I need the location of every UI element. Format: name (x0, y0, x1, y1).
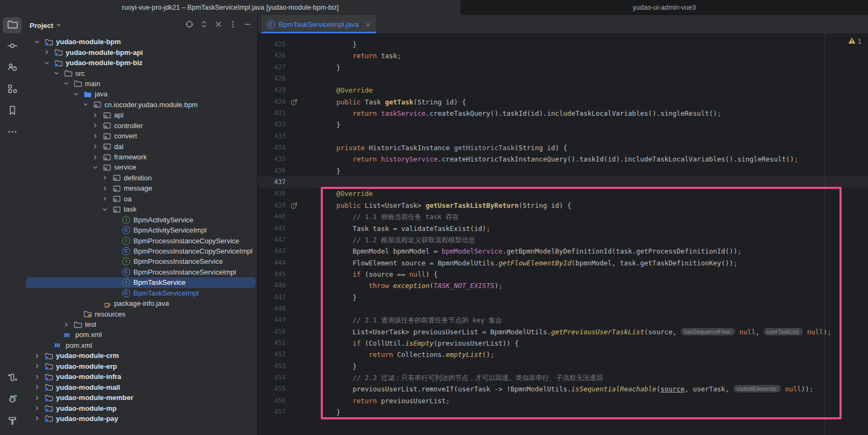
chevron-right-icon[interactable] (34, 394, 45, 402)
project-button[interactable] (3, 17, 22, 33)
tree-item-cn-iocoder-yudao-module-bpm[interactable]: cn.iocoder.yudao.module.bpm (24, 100, 257, 110)
tree-item-yudao-module-bpm-api[interactable]: yudao-module-bpm-api (24, 47, 257, 57)
tree-item-convert[interactable]: convert (24, 131, 257, 141)
tree-item-yudao-module-mp[interactable]: yudao-module-mp (24, 403, 257, 413)
code-line-436[interactable]: 436 } (258, 165, 868, 177)
chevron-down-icon[interactable] (92, 163, 103, 172)
chevron-right-icon[interactable] (92, 132, 103, 141)
tree-item-definition[interactable]: definition (24, 173, 257, 183)
tree-item-pom-xml[interactable]: mpom.xml (24, 340, 257, 350)
code-line-456[interactable]: 456 return previousUserList; (258, 395, 868, 406)
code-line-439[interactable]: 439I public List<UserTask> getUserTaskLi… (258, 200, 868, 211)
code-line-433[interactable]: 433 (258, 131, 868, 142)
pull-requests-button[interactable]: ? (3, 60, 22, 76)
tree-item-bpmprocessinstanceserviceimpl[interactable]: CBpmProcessInstanceServiceImpl (24, 267, 257, 277)
tree-item-framework[interactable]: framework (24, 152, 257, 162)
code-line-441[interactable]: 441 Task task = validateTaskExist(id); (258, 223, 868, 234)
code-line-440[interactable]: 440 // 1.1 校验当前任务 task 存在 (258, 211, 868, 222)
code-line-437[interactable]: 437 (258, 177, 868, 188)
tree-item-bpmactivityservice[interactable]: IBpmActivityService (24, 214, 257, 224)
tree-item-bpmprocessinstanceservice[interactable]: IBpmProcessInstanceService (24, 256, 257, 266)
chevron-down-icon[interactable] (102, 205, 112, 214)
chevron-right-icon[interactable] (34, 414, 45, 423)
project-panel-title[interactable]: Project (30, 22, 53, 30)
tree-item-service[interactable]: service (24, 162, 257, 172)
tree-item-yudao-module-mall[interactable]: yudao-module-mall (24, 382, 257, 392)
tree-item-pom-xml[interactable]: mpom.xml (24, 329, 257, 340)
options-icon[interactable] (229, 20, 237, 31)
background-window-titlebar[interactable]: yudao-ui-admin-vue3 (461, 0, 868, 15)
chevron-down-icon[interactable] (34, 38, 45, 46)
chevron-down-icon[interactable] (44, 59, 54, 67)
tree-item-bpmprocessinstancecopyserviceimpl[interactable]: CBpmProcessInstanceCopyServiceImpl (24, 246, 257, 256)
chevron-right-icon[interactable] (102, 173, 112, 182)
code-line-453[interactable]: 453 } (258, 361, 868, 372)
tree-item-controller[interactable]: controller (24, 121, 257, 131)
code-line-443[interactable]: 443 BpmnModel bpmnModel = bpmModelServic… (258, 245, 868, 257)
code-line-434[interactable]: 434 private HistoricTaskInstance getHist… (258, 142, 868, 153)
more-tool-windows-button[interactable] (3, 125, 22, 141)
tree-item-java[interactable]: java (24, 89, 257, 99)
code-line-426[interactable]: 426 return task; (258, 50, 868, 61)
tree-item-yudao-module-bpm[interactable]: yudao-module-bpm (24, 37, 257, 47)
chevron-right-icon[interactable] (34, 373, 45, 381)
code-line-430[interactable]: 430I public Task getTask(String id) { (258, 96, 868, 108)
tree-item-package-info-java[interactable]: package-info.java (24, 298, 257, 308)
structure-button[interactable] (3, 82, 22, 98)
close-icon[interactable]: × (366, 20, 371, 29)
commit-button[interactable] (3, 39, 22, 55)
chevron-right-icon[interactable] (102, 184, 112, 193)
chevron-right-icon[interactable] (34, 362, 45, 370)
chevron-right-icon[interactable] (34, 352, 45, 360)
tree-item-main[interactable]: main (24, 79, 257, 89)
code-line-428[interactable]: 428 (258, 73, 868, 85)
tab-bpmtaskserviceimpl-java[interactable]: C BpmTaskServiceImpl.java × (262, 15, 376, 33)
code-line-431[interactable]: 431 return taskService.createTaskQuery()… (258, 108, 868, 119)
code-line-451[interactable]: 451 if (CollUtil.isEmpty(previousUserLis… (258, 338, 868, 349)
tree-item-test[interactable]: test (24, 319, 257, 329)
chevron-down-icon[interactable] (82, 100, 93, 109)
tree-item-yudao-module-infra[interactable]: yudao-module-infra (24, 371, 257, 382)
code-line-446[interactable]: 446 throw exception(TASK_NOT_EXISTS); (258, 280, 868, 291)
tree-item-src[interactable]: src (24, 68, 257, 78)
chevron-down-icon[interactable] (63, 79, 74, 88)
chevron-right-icon[interactable] (92, 153, 103, 162)
code-line-447[interactable]: 447 } (258, 292, 868, 303)
code-line-429[interactable]: 429 @Override (258, 85, 868, 96)
code-editor[interactable]: 425 }426 return task;427 }428429 @Overri… (258, 33, 868, 435)
code-line-454[interactable]: 454 // 2.2 过滤：只有串行可到达的节点，才可以回退。类似非串行、子流程… (258, 372, 868, 383)
services-button[interactable] (3, 370, 22, 387)
code-line-438[interactable]: 438 @Override (258, 188, 868, 199)
implements-method-gutter-icon[interactable]: I (290, 98, 299, 107)
code-line-432[interactable]: 432 } (258, 119, 868, 130)
chevron-right-icon[interactable] (92, 111, 103, 120)
chevron-right-icon[interactable] (63, 320, 74, 329)
tree-item-message[interactable]: message (24, 183, 257, 193)
tree-item-task[interactable]: task (24, 204, 257, 214)
code-line-450[interactable]: 450 List<UserTask> previousUserList = Bp… (258, 326, 868, 338)
implements-method-gutter-icon[interactable]: I (290, 201, 299, 210)
tree-item-yudao-module-pay[interactable]: yudao-module-pay (24, 413, 257, 424)
code-line-449[interactable]: 449 // 2.1 查询该任务的前置任务节点的 key 集合 (258, 314, 868, 326)
tree-item-dal[interactable]: dal (24, 141, 257, 151)
tree-item-yudao-module-bpm-biz[interactable]: yudao-module-bpm-biz (24, 58, 257, 68)
locate-file-icon[interactable] (185, 20, 194, 31)
chevron-right-icon[interactable] (34, 383, 45, 391)
chevron-right-icon[interactable] (92, 121, 103, 130)
code-line-425[interactable]: 425 } (258, 39, 868, 50)
build-button[interactable] (3, 413, 22, 430)
code-line-442[interactable]: 442 // 1.2 根据流程定义获取流程模型信息 (258, 234, 868, 245)
code-line-435[interactable]: 435 return historyService.createHistoric… (258, 153, 868, 165)
tree-item-yudao-module-member[interactable]: yudao-module-member (24, 392, 257, 403)
chevron-right-icon[interactable] (34, 404, 45, 412)
tree-item-bpmtaskservice[interactable]: IBpmTaskService (26, 277, 256, 287)
chevron-right-icon[interactable] (92, 142, 103, 151)
inspections-widget[interactable]: 1 (848, 37, 862, 46)
debug-button[interactable] (3, 392, 22, 408)
tree-item-oa[interactable]: oa (24, 194, 257, 204)
code-line-444[interactable]: 444 FlowElement source = BpmnModelUtils.… (258, 257, 868, 269)
tree-item-yudao-module-crm[interactable]: yudao-module-crm (24, 350, 257, 361)
tree-item-bpmtaskserviceimpl[interactable]: CBpmTaskServiceImpl (24, 288, 257, 298)
collapse-all-icon[interactable] (214, 20, 223, 31)
bookmarks-button[interactable] (3, 103, 22, 120)
